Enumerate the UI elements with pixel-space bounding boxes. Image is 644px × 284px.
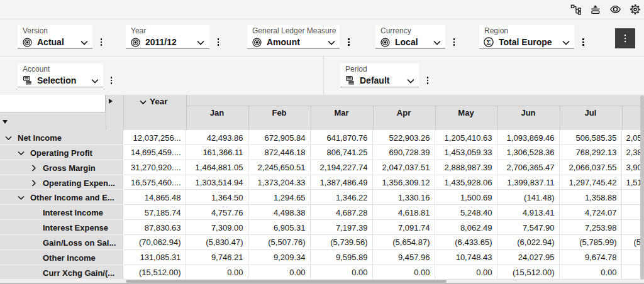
- svg-text:Σ: Σ: [487, 39, 491, 46]
